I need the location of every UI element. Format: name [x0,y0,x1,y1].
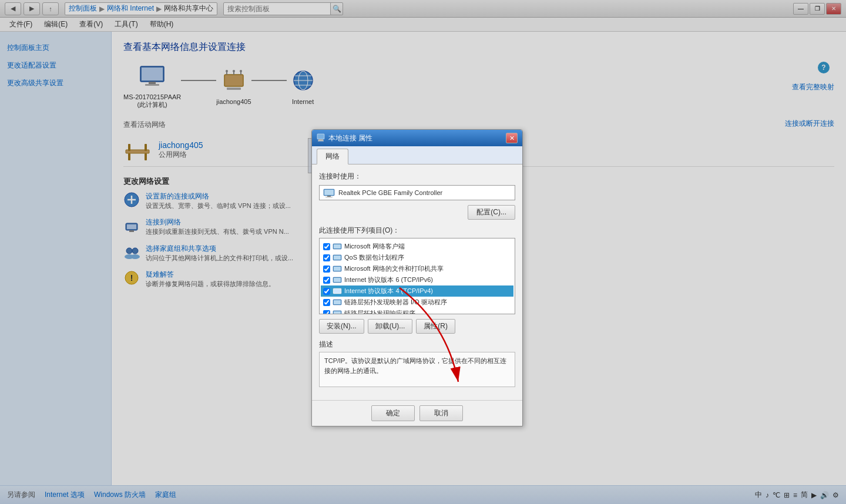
desc-title: 描述 [319,340,515,350]
dialog-body: 网络 连接时使用： Realtek PCIe GBE Family Contro… [312,146,522,426]
dialog-close-button[interactable]: ✕ [506,133,518,143]
list-item-label: 链路层拓扑发现映射器 I/O 驱动程序 [344,298,447,307]
dialog-title-text: 本地连接 属性 [328,133,372,143]
local-connection-dialog: 本地连接 属性 ✕ 网络 连接时使用： Realtek PCIe GBE Fam… [311,129,523,426]
dialog-title-icon [317,133,325,143]
list-item-icon [333,254,342,262]
svg-rect-46 [334,267,341,271]
item-actions: 安装(N)... 卸载(U)... 属性(R) [319,319,515,334]
dialog-title-bar: 本地连接 属性 ✕ [312,130,522,146]
list-item-label: Internet 协议版本 6 (TCP/IPv6) [344,275,433,284]
dialog-tabs: 网络 [312,146,522,164]
svg-rect-42 [334,244,341,248]
list-item[interactable]: Internet 协议版本 4 (TCP/IPv4) [321,285,513,297]
dialog-content: 连接时使用： Realtek PCIe GBE Family Controlle… [312,164,522,400]
connection-label: 连接时使用： [319,172,515,182]
list-item-label: Internet 协议版本 4 (TCP/IPv4) [344,287,433,295]
adapter-name: Realtek PCIe GBE Family Controller [338,189,442,196]
config-button[interactable]: 配置(C)... [468,205,515,220]
adapter-icon [323,188,335,197]
list-item-label: 链路层拓扑发现响应程序 [344,309,415,314]
list-item-label: Microsoft 网络的文件和打印机共享 [344,264,444,273]
list-item[interactable]: Microsoft 网络客户端 [321,241,513,252]
list-item-icon [333,310,342,315]
adapter-box: Realtek PCIe GBE Family Controller [319,185,515,200]
svg-rect-50 [334,289,341,293]
svg-rect-44 [334,256,341,260]
list-item[interactable]: Microsoft 网络的文件和打印机共享 [321,263,513,274]
list-item[interactable]: Internet 协议版本 6 (TCP/IPv6) [321,274,513,285]
items-label: 此连接使用下列项目(O)： [319,226,515,236]
list-item[interactable]: 链路层拓扑发现映射器 I/O 驱动程序 [321,297,513,308]
svg-rect-48 [334,278,341,282]
list-item-icon [333,243,342,251]
list-item[interactable]: 链路层拓扑发现响应程序 [321,308,513,314]
svg-rect-34 [317,134,324,139]
properties-button[interactable]: 属性(R) [416,319,455,334]
install-button[interactable]: 安装(N)... [319,319,364,334]
list-item[interactable]: QoS 数据包计划程序 [321,252,513,263]
svg-rect-52 [334,300,341,304]
ok-button[interactable]: 确定 [371,405,415,421]
tab-network[interactable]: 网络 [317,149,348,164]
list-item-icon [333,287,342,295]
svg-rect-36 [318,140,324,142]
svg-rect-39 [327,196,331,197]
desc-section: TCP/IP。该协议是默认的广域网络协议，它提供在不同的相互连接的网络上的通讯。 [319,352,515,387]
list-item-label: QoS 数据包计划程序 [344,253,404,262]
items-list[interactable]: Microsoft 网络客户端 QoS 数据包计划程序 Microsoft 网络… [319,238,515,314]
cancel-button[interactable]: 取消 [419,405,463,421]
dialog-footer: 确定 取消 [312,400,522,426]
list-item-icon [333,265,342,273]
svg-rect-35 [318,139,323,140]
list-item-icon [333,276,342,284]
svg-rect-38 [324,190,334,195]
list-item-label: Microsoft 网络客户端 [344,242,405,251]
svg-rect-54 [334,311,341,315]
svg-rect-40 [325,197,333,197]
list-item-icon [333,298,342,307]
uninstall-button[interactable]: 卸载(U)... [368,319,413,334]
